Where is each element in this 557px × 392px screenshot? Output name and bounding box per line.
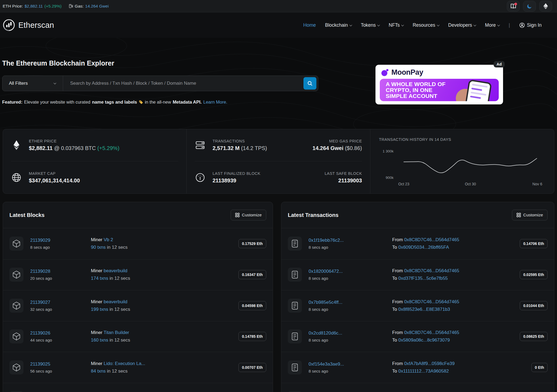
stat-label: TRANSACTIONS [213, 139, 267, 143]
nav-nfts[interactable]: NFTs [389, 22, 404, 28]
moonpay-ad[interactable]: Ad MoonPay A WHOLE WORLD OF CRYPTO, IN O… [375, 65, 503, 104]
gas-group: Gas: 14.264 Gwei [69, 4, 109, 9]
block-number-link[interactable]: 21139028 [30, 269, 50, 274]
ad-banner: A WHOLE WORLD OF CRYPTO, IN ONE SIMPLE A… [380, 79, 499, 101]
to-address-link[interactable]: 0x5809a08c...8c9673079 [398, 338, 450, 343]
block-time: 8 secs ago [30, 245, 91, 250]
ether-price-btc: @ 0.037963 BTC [54, 145, 96, 151]
ether-price-change: (+5.29%) [97, 145, 119, 151]
txns-link[interactable]: 90 txns [91, 245, 106, 250]
nav-blockchain[interactable]: Blockchain [325, 22, 352, 28]
nav-home[interactable]: Home [303, 22, 316, 28]
y-axis-label-top: 1 300k [376, 149, 394, 153]
block-miner-line: Miner beaverbuild [91, 268, 238, 274]
eth-price-label: ETH Price: [3, 4, 23, 9]
search-input[interactable] [63, 81, 303, 86]
theme-toggle-button[interactable] [523, 1, 536, 12]
txns-link[interactable]: 199 txns [91, 307, 108, 312]
search-filter-dropdown[interactable]: All Filters [2, 76, 63, 91]
block-number-link[interactable]: 21139025 [30, 362, 50, 367]
network-switch-button[interactable] [539, 1, 552, 12]
from-address-link[interactable]: 0x8C8D7C46...D564d7465 [404, 237, 459, 242]
miner-link[interactable]: Titan Builder [104, 330, 129, 335]
transaction-row: 0x1820006472...8 secs agoFrom 0x8C8D7C46… [281, 259, 554, 290]
tx-to-line: To 0x11111112...73A960582 [392, 369, 531, 374]
to-address-link[interactable]: 0x609D5034...26bff65FA [398, 245, 449, 250]
transaction-row: 0x1f19ebb76c2...8 secs agoFrom 0x8C8D7C4… [281, 228, 554, 259]
med-gas-value[interactable]: 14.264 Gwei [313, 145, 344, 151]
tx-from-line: From 0x8C8D7C46...D564d7465 [392, 330, 520, 335]
market-cap-value[interactable]: $347,061,314,414.00 [29, 178, 80, 184]
gas-pump-icon [69, 4, 73, 8]
gas-value[interactable]: 14.264 Gwei [85, 4, 109, 9]
txns-link[interactable]: 84 txns [91, 369, 106, 374]
block-miner-line: Miner Vb 2 [91, 237, 238, 243]
to-address-link[interactable]: 0x8f8523e6...E8E3871b3 [398, 307, 450, 312]
eth-price-value[interactable]: $2,882.11 [25, 4, 43, 9]
block-row: 2113902644 secs agoMiner Titan Builder16… [3, 321, 273, 352]
tx-value-badge: 0.02595 Eth [520, 270, 548, 279]
etherscan-logo-icon [3, 19, 15, 31]
block-number-link[interactable]: 21139029 [30, 238, 50, 243]
document-icon [288, 268, 302, 282]
stats-col-network: TRANSACTIONS 2,571.32 M (14.2 TPS) MED G… [187, 129, 370, 193]
from-address-link[interactable]: 0x8C8D7C46...D564d7465 [404, 330, 459, 335]
transaction-row: 0x7b985e5c4ff...8 secs agoFrom 0x8C8D7C4… [281, 290, 554, 321]
x-tick-nov6: Nov 6 [528, 182, 547, 186]
from-address-link[interactable]: 0x8C8D7C46...D564d7465 [404, 299, 459, 304]
cube-icon [9, 268, 23, 282]
tag-icon [139, 100, 143, 105]
tx-to-line: To 0xd37fF135...5c6e7fb55 [392, 276, 520, 281]
nav-tokens[interactable]: Tokens [361, 22, 380, 28]
miner-link[interactable]: beaverbuild [104, 299, 127, 304]
to-address-link[interactable]: 0x11111112...73A960582 [398, 369, 449, 374]
transaction-row: 0x173...13a33From 0xb8794465...3948b35B [281, 383, 554, 392]
user-icon [519, 22, 525, 28]
from-address-link[interactable]: 0xfA7bA8f9...0598cFe39 [404, 361, 455, 366]
miner-link[interactable]: beaverbuild [104, 268, 127, 273]
miner-link[interactable]: Vb 2 [104, 237, 113, 242]
block-row: 2113902820 secs agoMiner beaverbuild174 … [3, 259, 273, 290]
market-cap-stat: MARKET CAP $347,061,314,414.00 [11, 161, 178, 193]
search-button[interactable] [303, 77, 316, 90]
tx-value-badge: 0 Eth [531, 363, 548, 372]
cube-icon [9, 299, 23, 313]
x-tick-oct30: Oct 30 [461, 182, 480, 186]
tx-hash-link[interactable]: 0x7b985e5c4ff... [309, 300, 342, 305]
nav-developers[interactable]: Developers [448, 22, 476, 28]
tx-hash-link[interactable]: 0xf154e3a3ae9... [309, 362, 344, 367]
document-icon [288, 329, 302, 343]
chart-title: TRANSACTION HISTORY IN 14 DAYS [379, 137, 451, 142]
sign-in-button[interactable]: Sign In [519, 22, 542, 28]
transactions-value[interactable]: 2,571.32 M [213, 145, 240, 151]
stat-label: MARKET CAP [29, 171, 80, 176]
block-number-link[interactable]: 21139027 [30, 300, 50, 305]
to-address-link[interactable]: 0xd37fF135...5c6e7fb55 [398, 276, 448, 281]
block-number-link[interactable]: 21139026 [30, 330, 50, 336]
ether-price-value[interactable]: $2,882.11 [29, 145, 53, 151]
from-address-link[interactable]: 0x8C8D7C46...D564d7465 [404, 268, 459, 273]
latest-blocks-title: Latest Blocks [9, 212, 45, 218]
nav-more[interactable]: More [485, 22, 500, 28]
miner-link[interactable]: Lido: Execution La... [104, 361, 145, 366]
announcements-button[interactable] [507, 1, 520, 12]
chevron-down-icon [401, 23, 404, 26]
nav-resources[interactable]: Resources [413, 22, 439, 28]
customize-button[interactable]: Customize [512, 210, 548, 220]
tx-hash-link[interactable]: 0x1820006472... [309, 269, 343, 274]
customize-button[interactable]: Customize [231, 210, 266, 220]
block-time: 44 secs ago [30, 338, 91, 342]
txns-link[interactable]: 174 txns [91, 276, 108, 281]
tx-hash-link[interactable]: 0x2cd8120d6c... [309, 330, 342, 336]
block-row: 211390298 secs agoMiner Vb 290 txns in 1… [3, 228, 273, 259]
main-header: Etherscan Home Blockchain Tokens NFTs Re… [0, 12, 557, 38]
txns-link[interactable]: 160 txns [91, 338, 108, 343]
tx-hash-link[interactable]: 0x1f19ebb76c2... [309, 238, 344, 243]
learn-more-link[interactable]: Learn More. [203, 100, 227, 105]
etherscan-logo[interactable]: Etherscan [3, 19, 54, 31]
block-row: 21139024Miner beaverbuild [3, 383, 273, 392]
blocks-list: 211390298 secs agoMiner Vb 290 txns in 1… [3, 228, 273, 392]
document-icon [288, 299, 302, 313]
eth-price-change: (+5.29%) [45, 4, 61, 9]
tx-value-badge: 0.01044 Eth [520, 301, 548, 310]
